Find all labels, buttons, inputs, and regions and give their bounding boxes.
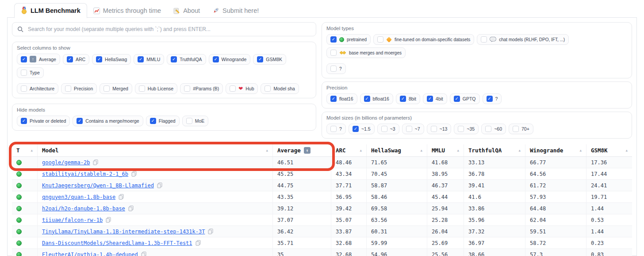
average-cell: 45.25 <box>273 168 331 179</box>
column-header-arc[interactable]: ARC▲ <box>331 144 367 156</box>
columns-box: Select columns to show ✓↑Average✓ARC✓Hel… <box>12 42 316 98</box>
filter-option-4bit[interactable]: ✓4bit <box>423 93 447 104</box>
filter-option-truthfulqa[interactable]: ✓TruthfulQA <box>167 54 206 65</box>
filter-option-7[interactable]: ~7 <box>402 124 424 134</box>
arc-cell: 48.46 <box>331 157 367 168</box>
checkbox-checked: ✓ <box>96 56 102 62</box>
filter-option-label: #Params (B) <box>193 86 219 91</box>
filter-option-fine-tuned-on-domain-specific-datasets[interactable]: fine-tuned on domain-specific datasets <box>373 34 474 45</box>
filter-option-params-b[interactable]: #Params (B) <box>180 83 223 94</box>
model-link[interactable]: google/gemma-2b <box>42 159 90 166</box>
copy-icon[interactable] <box>208 229 213 234</box>
model-type-cell <box>12 249 38 256</box>
filter-option-option[interactable]: ? <box>326 63 346 74</box>
filter-option-70[interactable]: 70+ <box>509 124 533 134</box>
filter-option-hub-license[interactable]: Hub License <box>135 83 177 94</box>
copy-icon[interactable] <box>157 182 162 188</box>
filter-option-chat-models-rlhf-dpo-ift[interactable]: chat models (RLHF, DPO, IFT, ...) <box>477 34 569 45</box>
filter-option-bfloat16[interactable]: ✓bfloat16 <box>360 93 393 104</box>
filter-option-60[interactable]: ~60 <box>481 124 506 134</box>
column-header-hellaswag[interactable]: HellaSwag▲ <box>367 144 427 156</box>
filter-option-3[interactable]: ~3 <box>377 124 399 134</box>
column-header-mmlu[interactable]: MMLU▲ <box>427 144 464 156</box>
column-header-gsm8k[interactable]: GSM8K▲ <box>586 144 632 156</box>
filter-option-winogrande[interactable]: ✓Winogrande <box>209 54 251 65</box>
filter-option-model-sha[interactable]: Model sha <box>261 83 299 94</box>
model-link[interactable]: qnguyen3/quan-1.8b-base <box>42 194 115 200</box>
filter-option-label: Architecture <box>30 86 54 91</box>
filter-option-contains-a-merge-moerge[interactable]: ✓Contains a merge/moerge <box>73 116 143 126</box>
model-cell: Dans-DiscountModels/ShearedLlama-1.3b-FF… <box>38 237 273 248</box>
chart-icon <box>93 8 100 14</box>
tab-submit-here[interactable]: Submit here! <box>206 4 265 18</box>
model-link[interactable]: h2oai/h2o-danube-1.8b-base <box>42 206 125 212</box>
hide-models-box-label: Hide models <box>17 107 311 112</box>
model-link[interactable]: tiiuae/falcon-rw-1b <box>42 217 103 223</box>
filter-option-merged[interactable]: Merged <box>100 83 132 94</box>
filter-option-13[interactable]: ~13 <box>427 124 452 134</box>
tab-label: About <box>183 7 200 14</box>
filter-option-architecture[interactable]: Architecture <box>17 83 58 94</box>
filter-option-8bit[interactable]: ✓8bit <box>396 93 420 104</box>
copy-icon[interactable] <box>128 206 134 211</box>
truthfulqa-cell: 33.86 <box>464 203 525 214</box>
column-header-t[interactable]: T▲ <box>12 144 38 156</box>
model-link[interactable]: EleutherAI/pythia-1.4b-deduped <box>42 252 138 256</box>
checkbox-unchecked <box>406 126 412 132</box>
filter-option-precision[interactable]: Precision <box>61 83 97 94</box>
model-search[interactable] <box>12 22 316 36</box>
copy-icon[interactable] <box>119 194 124 200</box>
filter-option-gsm8k[interactable]: ✓GSM8K <box>253 54 286 65</box>
hellaswag-cell: 71.65 <box>367 157 427 168</box>
filter-option-pretrained[interactable]: ✓pretrained <box>326 34 371 45</box>
model-link[interactable]: Dans-DiscountModels/ShearedLlama-1.3b-FF… <box>42 240 192 246</box>
filter-option-label: ? <box>339 66 342 71</box>
filter-option-option[interactable]: ? <box>326 124 346 134</box>
tab-metrics-through-time[interactable]: Metrics through time <box>87 4 167 18</box>
model-type-cell <box>12 191 38 202</box>
filter-option-moe[interactable]: MoE <box>182 116 209 126</box>
copy-icon[interactable] <box>196 240 201 246</box>
filter-option-base-merges-and-moerges[interactable]: base merges and moerges <box>326 47 406 58</box>
copy-icon[interactable] <box>93 159 98 165</box>
model-link[interactable]: KnutJaegersberg/Qwen-1_8B-Llamafied <box>42 182 154 189</box>
hellaswag-cell: 63.56 <box>367 214 427 225</box>
model-types-box-label: Model types <box>326 26 627 31</box>
filter-option-option[interactable]: ✓? <box>483 93 502 104</box>
filter-option-float16[interactable]: ✓float16 <box>326 93 357 104</box>
model-link[interactable]: stabilityai/stablelm-2-1_6b <box>42 171 128 177</box>
filter-option-mmlu[interactable]: ✓MMLU <box>134 54 164 65</box>
sort-arrow-icon: ▲ <box>625 148 628 152</box>
filter-option-1-5[interactable]: ✓~1.5 <box>349 124 375 134</box>
column-header-average[interactable]: Average↑ <box>273 144 331 156</box>
mmlu-cell: 41.68 <box>427 157 464 168</box>
filter-option-hub[interactable]: ❤Hub <box>226 83 258 94</box>
filter-option-label: Winogrande <box>222 57 247 62</box>
model-link[interactable]: TinyLlama/TinyLlama-1.1B-intermediate-st… <box>42 229 205 235</box>
filter-option-gptq[interactable]: ✓GPTQ <box>450 93 480 104</box>
filter-option-private-or-deleted[interactable]: ✓Private or deleted <box>17 116 70 126</box>
column-header-truthfulqa[interactable]: TruthfulQA▲ <box>464 144 525 156</box>
tab-llm-benchmark[interactable]: LLM Benchmark <box>14 3 87 18</box>
filter-option-flagged[interactable]: ✓Flagged <box>146 116 180 126</box>
copy-icon[interactable] <box>131 171 137 177</box>
copy-icon[interactable] <box>106 217 111 223</box>
filter-option-average[interactable]: ✓↑Average <box>17 54 60 65</box>
filter-option-35[interactable]: ~35 <box>454 124 479 134</box>
search-input[interactable] <box>27 26 311 33</box>
mmlu-cell: 45.44 <box>427 191 464 202</box>
filter-option-hellaswag[interactable]: ✓HellaSwag <box>92 54 131 65</box>
filter-option-label: Model sha <box>273 86 295 91</box>
gsm8k-cell: 24.41 <box>586 180 632 191</box>
model-cell: TinyLlama/TinyLlama-1.1B-intermediate-st… <box>38 226 273 237</box>
checkbox-checked: ✓ <box>21 56 27 62</box>
filter-option-arc[interactable]: ✓ARC <box>63 54 89 65</box>
hellaswag-cell: 58.87 <box>367 180 427 191</box>
tab-about[interactable]: About <box>167 4 206 18</box>
column-header-winogrande[interactable]: Winogrande▲ <box>525 144 586 156</box>
copy-icon[interactable] <box>141 252 146 256</box>
pretrained-green-circle-icon <box>16 240 22 246</box>
checkbox-checked: ✓ <box>67 56 73 62</box>
filter-option-type[interactable]: Type <box>17 67 44 78</box>
column-header-model[interactable]: Model▲ <box>38 144 273 156</box>
